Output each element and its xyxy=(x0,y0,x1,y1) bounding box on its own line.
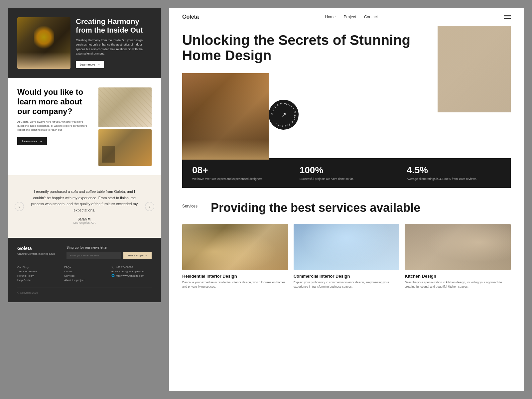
service-card-residential-title: Residential Interior Design xyxy=(182,274,288,279)
footer-logo: Goleta xyxy=(17,246,60,251)
service-card-residential-desc: Describe your expertise in residential i… xyxy=(182,280,288,289)
stat-designers-value: 08+ xyxy=(192,165,286,176)
left-panel: Creating Harmony from the Inside Out Cre… xyxy=(8,8,161,391)
about-section: Would you like to learn more about our c… xyxy=(8,78,161,175)
hero-dark-image xyxy=(17,17,70,69)
hero-right-section: Unlocking the Secrets of Stunning Home D… xyxy=(169,26,524,160)
hamburger-line-2 xyxy=(504,17,511,17)
services-section: Services Providing the best services ava… xyxy=(169,188,524,391)
stat-ratings: 4.5% Average client ratings is 4.5 out 5… xyxy=(407,165,501,181)
stat-designers: 08+ We have over 10+ expert and experien… xyxy=(192,165,286,181)
footer-email: ✉ sara.cruz@example.com xyxy=(111,270,152,273)
nav-links: Home Project Contact xyxy=(325,15,378,19)
footer-link-faqs[interactable]: FAQs xyxy=(64,266,104,269)
footer-tagline: Crafting Comfort, Inspiring Style xyxy=(17,252,60,255)
service-card-commercial-image xyxy=(294,224,400,270)
services-header: Services Providing the best services ava… xyxy=(182,201,511,214)
service-card-residential: Residential Interior Design Describe you… xyxy=(182,224,288,289)
services-label: Services xyxy=(182,201,198,214)
service-card-kitchen-image xyxy=(405,224,511,270)
hero-learn-more-button[interactable]: Learn more → xyxy=(76,61,104,68)
stat-designers-label: We have over 10+ expert and experienced … xyxy=(192,177,286,181)
hero-dark-title: Creating Harmony from the Inside Out xyxy=(76,17,152,35)
service-card-commercial-desc: Explain your proficiency in commercial i… xyxy=(294,280,400,289)
about-images xyxy=(98,87,152,166)
arrow-icon-dark: → xyxy=(39,140,42,143)
hamburger-line-1 xyxy=(504,15,511,16)
hamburger-menu[interactable] xyxy=(504,15,511,19)
footer-bottom: © Copyright 2025 xyxy=(17,288,152,294)
about-content: Would you like to learn more about our c… xyxy=(17,87,93,166)
site-nav: Goleta Home Project Contact xyxy=(169,8,524,26)
footer-link-refund[interactable]: Refund Policy xyxy=(17,274,58,277)
start-project-circle[interactable]: Start a Project • Start a Project • ↗ xyxy=(269,100,299,130)
testimonial-location: Los Angeles, CA xyxy=(73,221,96,224)
footer-section: Goleta Crafting Comfort, Inspiring Style… xyxy=(8,238,161,302)
testimonial-prev-button[interactable]: ‹ xyxy=(15,202,24,211)
hero-dark-section: Creating Harmony from the Inside Out Cre… xyxy=(8,8,161,78)
footer-top: Goleta Crafting Comfort, Inspiring Style… xyxy=(17,246,152,259)
testimonial-section: ‹ I recently purchased a sofa and coffee… xyxy=(8,175,161,238)
stat-ratings-value: 4.5% xyxy=(407,165,501,176)
arrow-icon: → xyxy=(97,63,100,66)
service-card-kitchen-desc: Describe your specialization in kitchen … xyxy=(405,280,511,289)
newsletter-email-input[interactable] xyxy=(66,252,121,259)
about-title: Would you like to learn more about our c… xyxy=(17,87,93,116)
footer-link-about[interactable]: About the project xyxy=(64,279,104,282)
hero-title: Unlocking the Secrets of Stunning Home D… xyxy=(182,33,431,63)
newsletter-input-row: Start a Project → xyxy=(66,252,152,259)
footer-website: 🌐 http://www.fanquite.com xyxy=(111,274,152,277)
footer-link-terms[interactable]: Terms of Service xyxy=(17,270,58,273)
right-panel: Goleta Home Project Contact Unlocking th… xyxy=(169,8,524,391)
footer-contact: 📞 +01 23456789 ✉ sara.cruz@example.com 🌐… xyxy=(111,266,152,283)
stat-projects-label: Successful projects we have done so far. xyxy=(300,177,394,181)
nav-link-home[interactable]: Home xyxy=(325,15,336,19)
footer-link-story[interactable]: Our Story xyxy=(17,266,58,269)
footer-brand: Goleta Crafting Comfort, Inspiring Style xyxy=(17,246,60,259)
service-card-commercial: Commercial Interior Design Explain your … xyxy=(294,224,400,289)
footer-col-2: FAQs Contact Services About the project xyxy=(64,266,104,283)
stat-projects: 100% Successful projects we have done so… xyxy=(300,165,394,181)
hamburger-line-3 xyxy=(504,18,511,19)
hero-text: Unlocking the Secrets of Stunning Home D… xyxy=(182,26,431,160)
hero-dark-desc: Creating Harmony from the Inside Out you… xyxy=(76,38,152,56)
service-card-kitchen-title: Kitchen Design xyxy=(405,274,511,279)
testimonial-quote: I recently purchased a sofa and coffee t… xyxy=(28,189,141,213)
service-card-residential-image xyxy=(182,224,288,270)
footer-newsletter: Sing up for our newsletter Start a Proje… xyxy=(66,246,152,259)
hero-right-image xyxy=(438,26,511,112)
hero-dark-content: Creating Harmony from the Inside Out Cre… xyxy=(76,17,152,69)
about-learn-more-button[interactable]: Learn more → xyxy=(17,137,47,145)
stat-ratings-label: Average client ratings is 4.5 out 5 from… xyxy=(407,177,501,181)
footer-link-contact[interactable]: Contact xyxy=(64,270,104,273)
testimonial-next-button[interactable]: › xyxy=(145,202,154,211)
newsletter-submit-button[interactable]: Start a Project → xyxy=(123,252,152,259)
newsletter-label: Sing up for our newsletter xyxy=(66,246,152,249)
nav-link-project[interactable]: Project xyxy=(344,15,356,19)
about-image-top xyxy=(98,87,152,127)
about-desc: At Goleta, we're always here for you. Wh… xyxy=(17,120,93,132)
footer-link-services[interactable]: Services xyxy=(64,274,104,277)
site-logo: Goleta xyxy=(182,14,199,20)
services-cards: Residential Interior Design Describe you… xyxy=(182,224,511,289)
testimonial-author: Sarah M. xyxy=(77,217,91,221)
circle-arrow-icon: ↗ xyxy=(281,111,286,118)
footer-copyright: © Copyright 2025 xyxy=(17,291,152,294)
services-title: Providing the best services available xyxy=(211,201,420,214)
stat-projects-value: 100% xyxy=(300,165,394,176)
hero-main-image xyxy=(182,73,269,160)
footer-links: Our Story Terms of Service Refund Policy… xyxy=(17,266,152,283)
footer-col-1: Our Story Terms of Service Refund Policy… xyxy=(17,266,58,283)
about-image-bottom xyxy=(98,129,152,166)
service-card-kitchen: Kitchen Design Describe your specializat… xyxy=(405,224,511,289)
nav-link-contact[interactable]: Contact xyxy=(364,15,378,19)
footer-phone: 📞 +01 23456789 xyxy=(111,266,152,269)
hero-bottom: Start a Project • Start a Project • ↗ xyxy=(182,73,431,160)
stats-bar: 08+ We have over 10+ expert and experien… xyxy=(182,158,511,188)
footer-link-help[interactable]: Help Center xyxy=(17,279,58,282)
service-card-commercial-title: Commercial Interior Design xyxy=(294,274,400,279)
